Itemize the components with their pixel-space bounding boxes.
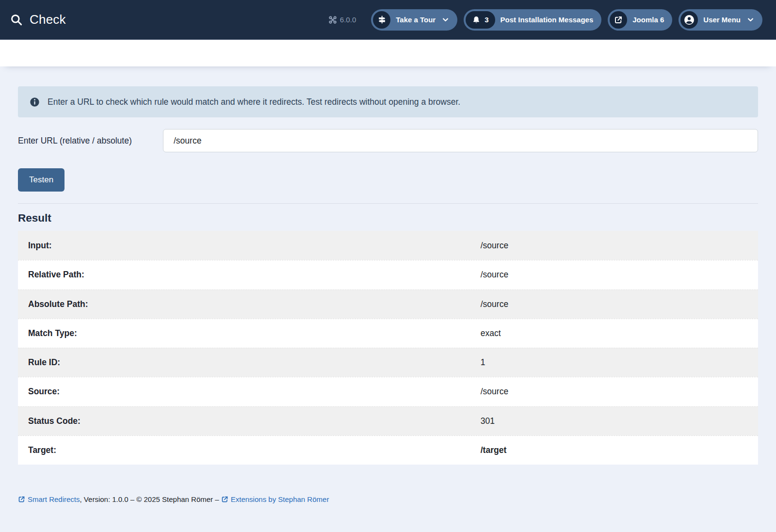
take-a-tour-button[interactable]: Take a Tour [371,9,457,31]
chevron-down-icon [747,16,754,23]
info-circle-icon [30,97,40,107]
table-row: Source:/source [18,377,758,406]
post-installation-messages-button[interactable]: 3 Post Installation Messages [464,9,601,31]
search-icon [10,13,23,26]
url-field-label: Enter URL (relative / absolute) [18,136,163,146]
section-divider [18,203,758,204]
messages-count-badge: 3 [466,11,495,29]
footer-version-text: , Version: 1.0.0 – © 2025 Stephan Römer … [80,495,221,503]
external-link-icon [18,496,25,503]
table-row: Target:/target [18,435,758,465]
row-value: 301 [481,416,495,426]
result-table: Input:/sourceRelative Path:/sourceAbsolu… [18,231,758,465]
url-form-row: Enter URL (relative / absolute) [18,129,758,152]
extensions-link[interactable]: Extensions by Stephan Römer [231,495,329,503]
row-value: exact [481,328,501,339]
joomla-version: 6.0.0 [329,16,356,24]
page-title: Check [30,12,66,27]
row-label: Rule ID: [18,357,481,368]
row-label: Source: [18,387,481,397]
row-label: Absolute Path: [18,299,481,309]
row-value: /source [481,270,508,280]
external-link-icon [221,496,228,503]
row-value: 1 [481,357,485,368]
bell-icon [472,16,481,24]
post-installation-messages-label: Post Installation Messages [501,16,594,24]
row-label: Target: [18,445,481,455]
joomla-version-number: 6.0.0 [340,16,356,24]
row-value: /source [481,241,508,251]
row-value: /source [481,387,508,397]
row-label: Input: [18,241,481,251]
smart-redirects-link[interactable]: Smart Redirects [28,495,80,503]
testen-button[interactable]: Testen [18,168,65,192]
external-link-icon [610,11,627,29]
info-alert: Enter a URL to check which rule would ma… [18,86,758,117]
info-alert-text: Enter a URL to check which rule would ma… [48,97,460,107]
user-menu-label: User Menu [703,16,741,24]
row-label: Relative Path: [18,270,481,280]
joomla6-link-button[interactable]: Joomla 6 [608,9,672,31]
page-footer: Smart Redirects, Version: 1.0.0 – © 2025… [18,495,758,523]
table-row: Absolute Path:/source [18,290,758,319]
signpost-icon [373,11,390,29]
chevron-down-icon [442,16,449,23]
table-row: Rule ID:1 [18,348,758,377]
table-row: Status Code:301 [18,406,758,435]
row-value: /source [481,299,508,309]
row-value: /target [481,445,506,455]
result-heading: Result [18,212,758,225]
page-header: Check [10,12,66,27]
user-menu-button[interactable]: User Menu [679,9,762,31]
url-input[interactable] [163,129,758,152]
toolbar-band [0,40,776,66]
table-row: Input:/source [18,231,758,260]
joomla-logo-icon [329,16,337,24]
joomla6-label: Joomla 6 [632,16,664,24]
table-row: Relative Path:/source [18,260,758,289]
table-row: Match Type:exact [18,319,758,348]
top-navbar: Check 6.0.0 [0,0,776,40]
person-circle-icon [680,11,698,29]
messages-count: 3 [485,16,488,24]
row-label: Status Code: [18,416,481,426]
row-label: Match Type: [18,328,481,339]
take-a-tour-label: Take a Tour [396,16,436,24]
navbar-actions: 6.0.0 Take a Tour [329,9,762,31]
main-content: Enter a URL to check which rule would ma… [0,66,776,523]
